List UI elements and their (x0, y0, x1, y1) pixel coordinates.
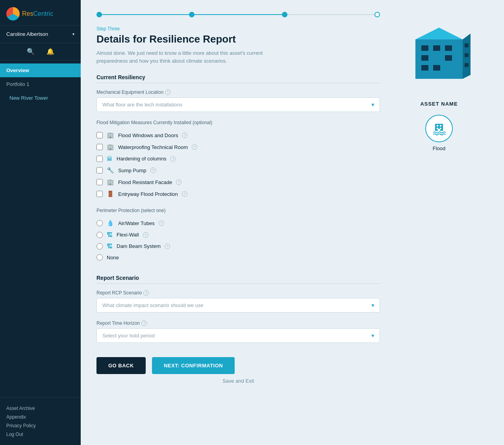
report-scenario-section: Report Scenario Report RCP Scenario ? Wh… (96, 275, 380, 343)
entryway-icon: 🚪 (107, 190, 114, 197)
hazard-icon-box: Flood (425, 115, 453, 151)
checkbox-flood-windows-doors[interactable]: 🏢 Flood Windows and Doors ? (96, 129, 380, 141)
rcp-label: Report RCP Scenario (96, 290, 142, 296)
radio-flexi-wall-input[interactable] (96, 232, 103, 238)
svg-rect-16 (437, 125, 438, 127)
flood-windows-doors-label: Flood Windows and Doors (118, 132, 178, 138)
next-confirmation-button[interactable]: NEXT: CONFIRMATION (152, 357, 235, 374)
flood-resistant-label: Flood Resistant Facade (118, 179, 172, 185)
none-label: None (107, 255, 119, 261)
perimeter-label-row: Perimeter Protection (select one) (96, 208, 380, 213)
bell-icon[interactable]: 🔔 (46, 48, 54, 55)
entryway-help-icon[interactable]: ? (182, 191, 187, 197)
checkbox-entryway-flood[interactable]: 🚪 Entryway Flood Protection ? (96, 188, 380, 200)
rcp-select-wrapper: What climate impact scenario should we u… (96, 298, 380, 313)
checkbox-entryway-input[interactable] (96, 191, 103, 197)
current-resiliency-title: Current Resiliency (96, 74, 380, 83)
flood-mitigation-label-row: Flood Mitigation Measures Currently Inst… (96, 120, 380, 125)
radio-flexi-wall[interactable]: 🏗 Flexi-Wall ? (96, 229, 380, 240)
dam-beam-icon: 🏗 (107, 243, 113, 249)
hazard-label: Flood (433, 145, 446, 151)
radio-dam-beam-input[interactable] (96, 243, 103, 249)
sidebar-item-new-river-tower[interactable]: New River Tower (0, 91, 81, 105)
checkbox-waterproofing-input[interactable] (96, 144, 103, 150)
mechanical-equipment-help-icon[interactable]: ? (165, 89, 170, 95)
step-1-dot (96, 12, 102, 17)
checkbox-sump-pump-input[interactable] (96, 167, 103, 173)
report-scenario-title: Report Scenario (96, 275, 380, 284)
sidebar-item-portfolio1[interactable]: Portfolio 1 (0, 77, 81, 91)
svg-rect-13 (465, 53, 469, 57)
mechanical-equipment-label: Mechanical Equipment Location (96, 89, 163, 95)
svg-rect-14 (465, 63, 469, 67)
rcp-label-row: Report RCP Scenario ? (96, 290, 380, 296)
sidebar: ResCentric Caroline Albertson ▾ 🔍 🔔 Over… (0, 0, 81, 445)
right-panel: ASSET NAME Flo (396, 12, 482, 433)
svg-rect-8 (445, 55, 452, 61)
checkbox-flood-resistant-facade[interactable]: 🏢 Flood Resistant Facade ? (96, 176, 380, 188)
flexi-wall-icon: 🏗 (107, 231, 113, 238)
logo-icon (6, 7, 20, 20)
user-name: Caroline Albertson (6, 31, 48, 37)
save-exit-button[interactable]: Save and Exit (96, 378, 380, 384)
time-horizon-select[interactable]: Select your hold period 5 years 10 years… (96, 328, 380, 343)
checkbox-hardening-columns[interactable]: 🏛 Hardening of columns ? (96, 153, 380, 164)
step-line-3 (287, 14, 374, 15)
waterproofing-icon: 🏢 (107, 143, 114, 151)
main-content: Step Three Details for Resilience Report… (81, 0, 504, 445)
sidebar-footer: Asset Archive Appendix Privacy Policy Lo… (0, 397, 81, 445)
sump-pump-help-icon[interactable]: ? (150, 168, 156, 173)
air-water-tubes-icon: 💧 (107, 220, 114, 227)
entryway-label: Entryway Flood Protection (118, 191, 178, 197)
flood-resistant-help-icon[interactable]: ? (176, 179, 182, 185)
go-back-button[interactable]: GO BACK (96, 357, 146, 374)
checkbox-waterproofing-technical-room[interactable]: 🏢 Waterproofing Technical Room ? (96, 141, 380, 153)
rcp-scenario-select[interactable]: What climate impact scenario should we u… (96, 298, 380, 313)
flexi-wall-help-icon[interactable]: ? (143, 232, 148, 238)
air-water-tubes-help-icon[interactable]: ? (159, 220, 164, 226)
footer-link-privacy-policy[interactable]: Privacy Policy (6, 421, 74, 430)
form-section: Step Three Details for Resilience Report… (96, 12, 380, 433)
user-menu[interactable]: Caroline Albertson ▾ (0, 26, 81, 43)
time-horizon-help-icon[interactable]: ? (141, 320, 147, 326)
mechanical-equipment-select[interactable]: What floor are the tech installations Gr… (96, 97, 380, 112)
sidebar-item-overview[interactable]: Overview (0, 63, 81, 77)
radio-dam-beam-system[interactable]: 🏗 Dam Beam System ? (96, 240, 380, 252)
time-horizon-label-row: Report Time Horizon ? (96, 320, 380, 326)
flood-windows-doors-icon: 🏢 (107, 132, 114, 139)
footer-link-log-out[interactable]: Log Out (6, 430, 74, 439)
waterproofing-label: Waterproofing Technical Room (118, 144, 188, 150)
svg-rect-12 (465, 43, 469, 47)
dam-beam-label: Dam Beam System (117, 243, 161, 249)
checkbox-sump-pump[interactable]: 🔧 Sump Pump ? (96, 164, 380, 176)
search-icon[interactable]: 🔍 (27, 48, 35, 55)
radio-none[interactable]: None (96, 252, 380, 263)
hardening-help-icon[interactable]: ? (170, 156, 176, 162)
footer-link-appendix[interactable]: Appendix (6, 413, 74, 421)
checkbox-hardening-input[interactable] (96, 156, 103, 162)
checkbox-flood-windows-doors-input[interactable] (96, 132, 103, 138)
dam-beam-help-icon[interactable]: ? (165, 244, 170, 249)
air-water-tubes-label: Air/Water Tubes (118, 220, 155, 226)
flood-windows-doors-help-icon[interactable]: ? (182, 132, 187, 138)
radio-air-water-tubes[interactable]: 💧 Air/Water Tubes ? (96, 217, 380, 229)
footer-link-asset-archive[interactable]: Asset Archive (6, 404, 74, 413)
hardening-icon: 🏛 (107, 155, 113, 162)
flood-resistant-icon: 🏢 (107, 179, 114, 186)
step-line-2 (195, 14, 282, 15)
svg-rect-20 (438, 129, 440, 131)
sidebar-icon-bar: 🔍 🔔 (0, 43, 81, 60)
waterproofing-help-icon[interactable]: ? (192, 144, 197, 150)
checkbox-flood-resistant-input[interactable] (96, 179, 103, 185)
svg-rect-4 (433, 45, 440, 51)
step-line-1 (102, 14, 189, 15)
perimeter-label: Perimeter Protection (select one) (96, 208, 165, 213)
rcp-help-icon[interactable]: ? (143, 290, 149, 296)
time-horizon-select-wrapper: Select your hold period 5 years 10 years… (96, 328, 380, 343)
flood-mitigation-group: 🏢 Flood Windows and Doors ? 🏢 Waterproof… (96, 129, 380, 200)
radio-air-water-tubes-input[interactable] (96, 220, 103, 226)
step-4-dot (374, 12, 380, 17)
mechanical-equipment-label-row: Mechanical Equipment Location ? (96, 89, 380, 95)
radio-none-input[interactable] (96, 254, 103, 261)
sump-pump-label: Sump Pump (118, 168, 146, 173)
